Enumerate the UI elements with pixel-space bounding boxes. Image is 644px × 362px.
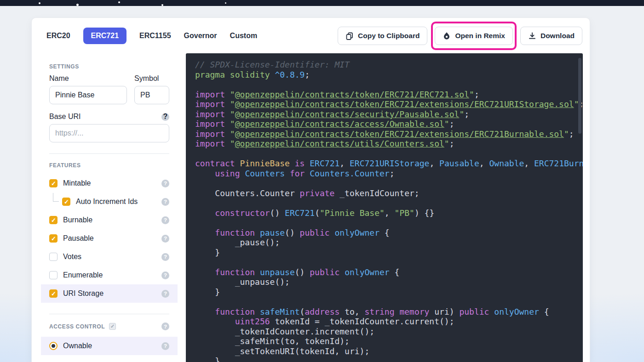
checkbox[interactable] — [49, 271, 58, 279]
name-symbol-row: Name Symbol — [41, 74, 178, 104]
tab-custom[interactable]: Custom — [230, 28, 258, 44]
decor-dot — [161, 4, 163, 6]
checkbox[interactable] — [49, 289, 58, 298]
help-icon[interactable]: ? — [161, 342, 169, 350]
checkbox[interactable] — [49, 216, 58, 224]
help-icon[interactable]: ? — [161, 235, 169, 243]
code-line: function safeMint(address to, string mem… — [195, 307, 583, 317]
code-line — [195, 178, 583, 188]
access-row-ownable[interactable]: Ownable? — [41, 337, 178, 355]
import-link[interactable]: @openzeppelin/contracts/token/ERC721/ext… — [235, 129, 564, 139]
remix-button-label: Open in Remix — [455, 32, 505, 40]
help-icon[interactable]: ? — [161, 216, 169, 224]
remix-icon — [443, 32, 451, 40]
feature-row-pausable[interactable]: Pausable? — [41, 229, 178, 248]
tab-bar: ERC20ERC721ERC1155GovernorCustom — [46, 27, 257, 45]
download-button-label: Download — [540, 32, 575, 40]
code-line: Counters.Counter private _tokenIdCounter… — [195, 188, 583, 198]
code-panel: // SPDX-License-Identifier: MITpragma so… — [186, 53, 583, 362]
annotation-highlight-box: Open in Remix — [431, 22, 517, 50]
help-icon[interactable]: ? — [161, 198, 169, 206]
code-line: // SPDX-License-Identifier: MIT — [195, 60, 583, 70]
help-icon[interactable]: ? — [161, 272, 169, 279]
tab-erc20[interactable]: ERC20 — [46, 28, 70, 44]
help-icon[interactable]: ? — [161, 322, 169, 330]
code-line — [195, 198, 583, 208]
code-line: import "@openzeppelin/contracts/access/O… — [195, 119, 583, 129]
code-line: constructor() ERC721("Pinnie Base", "PB"… — [195, 208, 583, 218]
help-icon[interactable]: ? — [161, 253, 169, 261]
code-line: pragma solidity ^0.8.9; — [195, 70, 583, 80]
base-uri-label-row: Base URI ? — [41, 113, 178, 121]
code-line: } — [195, 356, 583, 362]
settings-heading: SETTINGS — [49, 63, 169, 70]
divider — [49, 314, 169, 314]
radio-button[interactable] — [49, 342, 58, 350]
access-label: Ownable — [63, 342, 161, 350]
code-line: function pause() public onlyOwner { — [195, 228, 583, 238]
checkbox[interactable] — [49, 234, 58, 243]
feature-label: Mintable — [63, 179, 161, 187]
code-line: import "@openzeppelin/contracts/utils/Co… — [195, 139, 583, 149]
import-link[interactable]: @openzeppelin/contracts/token/ERC721/ERC… — [235, 90, 469, 99]
symbol-label: Symbol — [134, 74, 169, 83]
feature-row-mintable[interactable]: Mintable? — [41, 174, 178, 192]
access-control-heading-row: ACCESS CONTROL ✓ ? — [49, 322, 169, 330]
import-link[interactable]: @openzeppelin/contracts/token/ERC721/ext… — [235, 99, 574, 109]
decor-dot — [225, 2, 226, 4]
code-line: _tokenIdCounter.increment(); — [195, 327, 583, 337]
help-icon[interactable]: ? — [161, 180, 169, 187]
code-line: _setTokenURI(tokenId, uri); — [195, 346, 583, 356]
tab-governor[interactable]: Governor — [184, 28, 217, 44]
name-label: Name — [49, 74, 127, 83]
download-icon — [528, 32, 536, 40]
feature-label: Auto Increment Ids — [76, 198, 161, 206]
features-list: Mintable?Auto Increment Ids?Burnable?Pau… — [41, 174, 178, 303]
tab-erc1155[interactable]: ERC1155 — [139, 28, 171, 44]
import-link[interactable]: @openzeppelin/contracts/access/Ownable.s… — [235, 119, 444, 129]
code-line: using Counters for Counters.Counter; — [195, 169, 583, 179]
feature-row-auto-increment-ids[interactable]: Auto Increment Ids? — [41, 192, 178, 211]
code-line: } — [195, 287, 583, 297]
tab-erc721[interactable]: ERC721 — [83, 28, 126, 44]
remix-button[interactable]: Open in Remix — [435, 27, 513, 45]
nested-connector — [53, 193, 59, 202]
access-control-master-checkbox[interactable]: ✓ — [109, 323, 116, 330]
import-link[interactable]: @openzeppelin/contracts/security/Pausabl… — [235, 109, 460, 119]
checkbox[interactable] — [49, 253, 58, 261]
code-line: import "@openzeppelin/contracts/token/ER… — [195, 90, 583, 100]
solidity-code: // SPDX-License-Identifier: MITpragma so… — [195, 60, 583, 362]
code-line: import "@openzeppelin/contracts/security… — [195, 109, 583, 119]
copy-button[interactable]: Copy to Clipboard — [338, 27, 427, 45]
code-line: contract PinnieBase is ERC721, ERC721URI… — [195, 158, 583, 169]
name-input[interactable] — [49, 86, 127, 104]
wizard-card: ERC20ERC721ERC1155GovernorCustom Copy to… — [31, 17, 590, 362]
code-line — [195, 79, 583, 90]
feature-row-votes[interactable]: Votes? — [41, 248, 178, 266]
help-icon[interactable]: ? — [161, 290, 169, 298]
code-line: _pause(); — [195, 238, 583, 248]
feature-label: Enumerable — [63, 271, 161, 279]
import-link[interactable]: @openzeppelin/contracts/utils/Counters.s… — [235, 139, 444, 148]
code-line: import "@openzeppelin/contracts/token/ER… — [195, 99, 583, 109]
base-uri-label: Base URI — [49, 113, 80, 121]
code-scrollbar-thumb[interactable] — [578, 58, 581, 134]
copy-button-label: Copy to Clipboard — [358, 32, 420, 40]
symbol-input[interactable] — [134, 86, 169, 104]
code-line: uint256 tokenId = _tokenIdCounter.curren… — [195, 317, 583, 327]
code-line — [195, 257, 583, 267]
feature-row-burnable[interactable]: Burnable? — [41, 211, 178, 229]
help-icon[interactable]: ? — [161, 113, 169, 121]
code-line: _unpause(); — [195, 277, 583, 287]
base-uri-input[interactable] — [49, 124, 169, 142]
download-button[interactable]: Download — [520, 27, 582, 45]
feature-label: Burnable — [63, 216, 161, 224]
code-line: import "@openzeppelin/contracts/token/ER… — [195, 129, 583, 139]
checkbox[interactable] — [62, 198, 70, 206]
feature-row-uri-storage[interactable]: URI Storage? — [41, 284, 178, 303]
feature-label: URI Storage — [63, 289, 161, 298]
symbol-field: Symbol — [134, 74, 169, 104]
feature-row-enumerable[interactable]: Enumerable? — [41, 266, 178, 284]
code-line — [195, 218, 583, 228]
checkbox[interactable] — [49, 179, 58, 187]
